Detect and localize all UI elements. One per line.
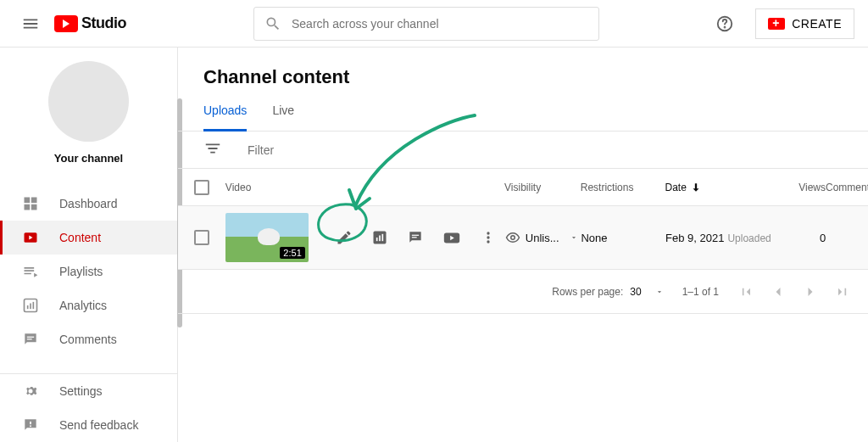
svg-rect-17 [379, 236, 381, 242]
chevron-down-icon [570, 233, 578, 242]
date-subtext: Uploaded [727, 232, 771, 244]
channel-name: Your channel [0, 152, 177, 165]
edit-details-button[interactable] [336, 229, 353, 246]
select-all-checkbox[interactable] [194, 180, 209, 195]
table-row[interactable]: 2:51 Unlis... None Feb 9, [178, 206, 868, 270]
column-restrictions[interactable]: Restrictions [581, 182, 665, 193]
pagination-range: 1–1 of 1 [682, 286, 719, 298]
sidebar-item-content[interactable]: Content [0, 221, 177, 255]
sidebar-item-label: Send feedback [59, 418, 138, 432]
rows-per-page: Rows per page: 30 [552, 286, 663, 298]
video-duration: 2:51 [280, 247, 304, 259]
column-visibility[interactable]: Visibility [496, 182, 581, 193]
sidebar-item-label: Playlists [59, 265, 103, 278]
date-value: Feb 9, 2021 [665, 232, 724, 244]
svg-point-24 [487, 240, 489, 243]
tab-live[interactable]: Live [272, 104, 294, 131]
chevron-right-icon [802, 283, 819, 300]
watch-on-youtube-button[interactable] [442, 228, 461, 247]
filter-icon[interactable] [203, 139, 222, 161]
svg-rect-19 [412, 235, 419, 236]
channel-profile: Your channel [0, 48, 177, 178]
sidebar-item-dashboard[interactable]: Dashboard [0, 187, 177, 221]
views-value: 0 [775, 232, 826, 244]
hamburger-menu-button[interactable] [14, 7, 47, 41]
date-cell: Feb 9, 2021 Uploaded [665, 231, 775, 244]
tab-uploads[interactable]: Uploads [203, 104, 247, 131]
svg-point-23 [487, 236, 489, 238]
youtube-icon [442, 228, 461, 247]
column-views[interactable]: Views [775, 182, 826, 193]
dashboard-icon [20, 195, 41, 212]
rows-per-page-select[interactable]: 30 [630, 286, 663, 298]
chevron-left-icon [770, 283, 787, 300]
sidebar-item-label: Settings [59, 384, 103, 398]
help-button[interactable] [708, 7, 742, 41]
content-icon [20, 229, 41, 246]
youtube-play-icon [54, 15, 78, 32]
sidebar-item-label: Comments [59, 333, 117, 346]
comment-icon [407, 229, 424, 246]
sidebar-item-comments[interactable]: Comments [0, 322, 177, 356]
video-thumbnail[interactable]: 2:51 [225, 213, 309, 262]
brand-text: Studio [81, 14, 126, 32]
prev-page-button[interactable] [770, 283, 787, 300]
column-video[interactable]: Video [225, 182, 496, 193]
row-checkbox[interactable] [194, 230, 209, 245]
restrictions-value: None [581, 232, 665, 244]
svg-rect-8 [27, 305, 29, 309]
svg-rect-18 [381, 234, 383, 241]
sidebar: Your channel Dashboard Content Playlists… [0, 48, 178, 442]
column-date-label: Date [665, 182, 687, 193]
comments-button[interactable] [407, 229, 424, 246]
sidebar-item-settings[interactable]: Settings [0, 374, 177, 408]
main-content: Channel content Uploads Live Video Visib… [178, 48, 868, 442]
playlists-icon [20, 263, 41, 280]
filter-input[interactable] [248, 143, 396, 157]
svg-rect-10 [33, 302, 35, 309]
sidebar-item-label: Content [59, 231, 101, 244]
svg-rect-11 [27, 337, 34, 338]
create-button[interactable]: CREATE [755, 8, 854, 39]
svg-point-25 [511, 236, 515, 240]
sidebar-item-playlists[interactable]: Playlists [0, 255, 177, 288]
sidebar-item-analytics[interactable]: Analytics [0, 288, 177, 322]
svg-rect-3 [31, 198, 37, 204]
sidebar-item-feedback[interactable]: Send feedback [0, 408, 177, 442]
svg-rect-4 [25, 204, 31, 210]
rows-per-page-value: 30 [630, 286, 641, 298]
sidebar-nav: Dashboard Content Playlists Analytics Co… [0, 187, 177, 373]
svg-rect-5 [31, 204, 37, 210]
menu-icon [21, 14, 40, 33]
analytics-button[interactable] [371, 229, 388, 246]
visibility-unlisted-icon [505, 230, 520, 245]
search-input[interactable] [292, 17, 588, 31]
sidebar-item-label: Dashboard [59, 197, 118, 210]
svg-point-1 [725, 26, 726, 27]
table-footer: Rows per page: 30 1–1 of 1 [178, 270, 868, 314]
next-page-button[interactable] [802, 283, 819, 300]
column-date[interactable]: Date [665, 182, 776, 193]
page-title: Channel content [178, 48, 868, 88]
pagination-controls [737, 283, 851, 300]
create-button-label: CREATE [792, 17, 842, 31]
search-icon [264, 15, 281, 32]
first-page-button[interactable] [737, 283, 754, 300]
svg-rect-20 [412, 237, 417, 238]
column-comments[interactable]: Comment [826, 182, 868, 193]
row-hover-actions [336, 228, 497, 247]
sidebar-item-label: Analytics [59, 299, 107, 312]
table-header: Video Visibility Restrictions Date Views… [178, 169, 868, 206]
avatar[interactable] [48, 61, 129, 142]
first-page-icon [737, 283, 754, 300]
header-actions: CREATE [708, 7, 854, 41]
filter-bar [178, 131, 868, 169]
more-options-button[interactable] [480, 229, 497, 246]
search-box[interactable] [253, 7, 599, 41]
last-page-button[interactable] [834, 283, 851, 300]
more-vertical-icon [480, 229, 497, 246]
visibility-dropdown[interactable]: Unlis... [505, 230, 581, 245]
youtube-studio-logo[interactable]: Studio [54, 14, 126, 32]
svg-rect-14 [30, 425, 31, 427]
svg-rect-2 [25, 198, 31, 204]
